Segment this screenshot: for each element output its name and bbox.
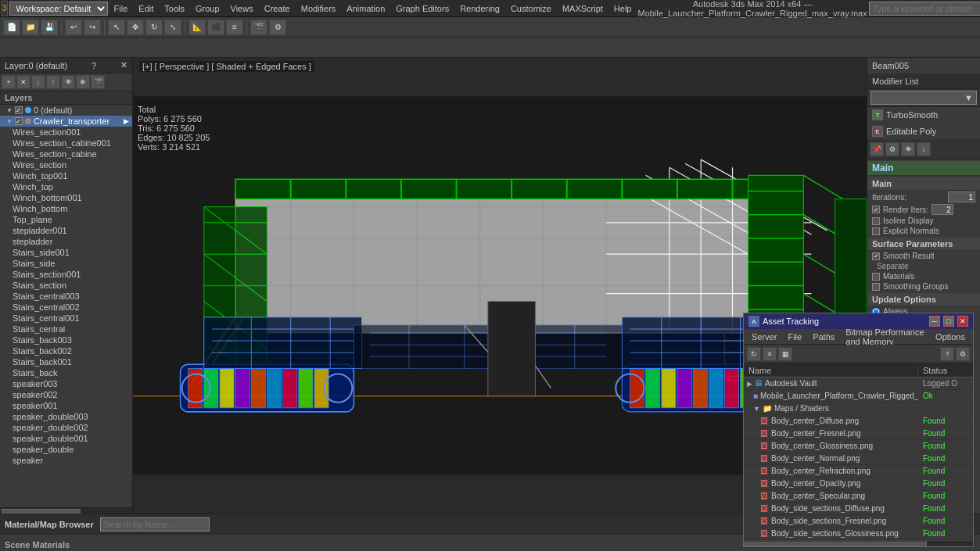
layer-speaker-dbl001[interactable]: speaker_double001 — [0, 433, 132, 444]
layer-stairs-back003[interactable]: Stairs_back003 — [0, 335, 132, 345]
menu-modifiers[interactable]: Modifiers — [296, 2, 341, 15]
modifier-turbosmoove[interactable]: T TurboSmooth — [867, 107, 980, 123]
menu-views[interactable]: Views — [226, 2, 258, 15]
rotate-btn[interactable]: ↻ — [145, 20, 163, 35]
menu-edit[interactable]: Edit — [134, 2, 158, 15]
dialog-menu-paths[interactable]: Paths — [808, 331, 839, 343]
move-btn[interactable]: ✥ — [127, 20, 144, 35]
layer-stairs-back002[interactable]: Stairs_back002 — [0, 345, 132, 356]
dialog-minimize-btn[interactable]: ─ — [929, 316, 940, 327]
render-iters-input[interactable] — [932, 204, 953, 215]
layer-render-btn[interactable]: 🎬 — [91, 75, 105, 89]
dialog-close-btn[interactable]: ✕ — [957, 316, 968, 327]
workspace-selector[interactable]: Workspace: Default — [9, 2, 108, 16]
layer-top-plane[interactable]: Top_plane — [0, 214, 132, 225]
by-materials-checkbox[interactable] — [872, 273, 880, 281]
redo-btn[interactable]: ↪ — [84, 20, 101, 35]
layer-delete-btn[interactable]: ✕ — [16, 75, 31, 89]
asset-texture-4[interactable]: 🖼 Body_center_Fresnel.png Found — [744, 428, 973, 440]
menu-maxscript[interactable]: MAXScript — [558, 2, 608, 15]
layer-add-sel-btn[interactable]: ↓ — [31, 75, 45, 89]
material-search-input[interactable] — [100, 517, 210, 531]
menu-animation[interactable]: Animation — [342, 2, 389, 15]
dialog-settings-btn[interactable]: ⚙ — [956, 347, 970, 361]
asset-texture-10[interactable]: 🖼 Body_side_sections_Diffuse.png Found — [744, 503, 973, 515]
layer-sel-from-btn[interactable]: ↑ — [46, 75, 60, 89]
dialog-menu-server[interactable]: Server — [747, 331, 781, 343]
layer-stairs-cen[interactable]: Stairs_central — [0, 324, 132, 335]
layer-panel-help[interactable]: ? — [92, 61, 96, 70]
asset-texture-3[interactable]: 🖼 Body_center_Diffuse.png Found — [744, 415, 973, 428]
asset-vault[interactable]: ▶ 🏛 Autodesk Vault Logged O — [744, 377, 973, 390]
layer-speaker001[interactable]: speaker001 — [0, 400, 132, 411]
render-btn[interactable]: 🎬 — [250, 20, 267, 35]
render-iters-checkbox[interactable] — [872, 206, 880, 213]
layer-stairs-side001[interactable]: Stairs_side001 — [0, 247, 132, 258]
layer-wires-cab001[interactable]: Wires_section_cabine001 — [0, 138, 132, 148]
dialog-help-btn[interactable]: ? — [940, 347, 954, 361]
asset-texture-5[interactable]: 🖼 Body_center_Glossiness.png Found — [744, 440, 973, 453]
asset-texture-9[interactable]: 🖼 Body_center_Specular.png Found — [744, 490, 973, 503]
layer-new-btn[interactable]: + — [2, 75, 16, 89]
modifier-editable-poly[interactable]: E Editable Poly — [867, 123, 980, 140]
menu-graph-editors[interactable]: Graph Editors — [391, 2, 454, 15]
modifier-pin-btn[interactable]: 📌 — [870, 142, 884, 156]
iterations-input[interactable] — [948, 191, 975, 202]
layer-wires-cab[interactable]: Wires_section_cabine — [0, 148, 132, 159]
layer-speaker-dbl[interactable]: speaker_double — [0, 444, 132, 455]
dialog-detail-view-btn[interactable]: ▦ — [778, 347, 792, 361]
dialog-refresh-btn[interactable]: ↻ — [747, 347, 761, 361]
modifier-affect-btn[interactable]: ↕ — [917, 142, 931, 156]
modifier-settings-btn[interactable]: ⚙ — [885, 142, 899, 156]
search-input[interactable] — [869, 2, 980, 16]
modifier-list-dropdown[interactable]: ▼ — [867, 89, 980, 107]
layer-speaker002[interactable]: speaker002 — [0, 389, 132, 400]
undo-btn[interactable]: ↩ — [65, 20, 82, 35]
isoline-checkbox[interactable] — [872, 217, 880, 225]
layer-stairs-cen002[interactable]: Stairs_central002 — [0, 302, 132, 313]
layer-wires001[interactable]: Wires_section001 — [0, 127, 132, 138]
layer-stairs-cen001[interactable]: Stairs_central001 — [0, 313, 132, 324]
layer-scroll-thumb[interactable] — [2, 509, 81, 513]
layer-scrollbar[interactable] — [0, 507, 132, 513]
layer-item-crawler[interactable]: ▼ ✓ Crawler_transporter ▶ — [0, 116, 132, 127]
modifier-dropdown-btn[interactable]: ▼ — [871, 91, 977, 105]
menu-rendering[interactable]: Rendering — [455, 2, 504, 15]
dialog-asset-list[interactable]: ▶ 🏛 Autodesk Vault Logged O ■ Mobile_Lau… — [744, 377, 973, 540]
layer-item-0[interactable]: ▼ ✓ 0 (default) — [0, 105, 132, 116]
layer-winch-bot[interactable]: Winch_bottom — [0, 203, 132, 214]
layer-speaker[interactable]: speaker — [0, 455, 132, 466]
render-setup-btn[interactable]: ⚙ — [269, 20, 286, 35]
asset-texture-6[interactable]: 🖼 Body_center_Normal.png Found — [744, 453, 973, 465]
crawler-checkbox[interactable]: ✓ — [15, 117, 23, 125]
asset-texture-8[interactable]: 🖼 Body_center_Opacity.png Found — [744, 478, 973, 490]
layer-stairs-back001[interactable]: Stairs_back001 — [0, 356, 132, 367]
layer-wires-sec[interactable]: Wires_section — [0, 159, 132, 170]
layer-0-checkbox[interactable]: ✓ — [15, 106, 23, 114]
layer-stairs-side[interactable]: Stairs_side — [0, 258, 132, 269]
layer-panel-close[interactable]: ✕ — [120, 60, 127, 70]
smooth-result-checkbox[interactable] — [872, 252, 880, 260]
dialog-menu-options[interactable]: Options — [931, 331, 970, 343]
menu-help[interactable]: Help — [609, 2, 637, 15]
asset-texture-7[interactable]: 🖼 Body_center_Refraction.png Found — [744, 465, 973, 478]
menu-tools[interactable]: Tools — [160, 2, 189, 15]
layer-speaker-dbl002[interactable]: speaker_double002 — [0, 422, 132, 433]
layer-speaker-dbl003[interactable]: speaker_double003 — [0, 411, 132, 422]
mirror-btn[interactable]: ⬛ — [207, 20, 224, 35]
menu-customize[interactable]: Customize — [506, 2, 556, 15]
asset-texture-11[interactable]: 🖼 Body_side_sections_Fresnel.png Found — [744, 515, 973, 528]
layer-stairs-back[interactable]: Stairs_back — [0, 367, 132, 378]
layer-winch-bot001[interactable]: Winch_bottom001 — [0, 192, 132, 203]
dialog-maximize-btn[interactable]: □ — [943, 316, 954, 327]
asset-maps-folder[interactable]: ▼ 📁 Maps / Shaders — [744, 403, 973, 415]
explicit-normals-checkbox[interactable] — [872, 227, 880, 235]
layer-stepladder001[interactable]: stepladder001 — [0, 225, 132, 236]
layer-stairs-sec001[interactable]: Stairs_section001 — [0, 269, 132, 280]
dialog-scrollbar-h[interactable] — [744, 540, 973, 546]
new-btn[interactable]: 📄 — [3, 20, 20, 35]
asset-texture-12[interactable]: 🖼 Body_side_sections_Glossiness.png Foun… — [744, 528, 973, 540]
layer-hide-btn[interactable]: 👁 — [61, 75, 75, 89]
layer-winch-top001[interactable]: Winch_top001 — [0, 170, 132, 181]
dialog-menu-file[interactable]: File — [783, 331, 806, 343]
